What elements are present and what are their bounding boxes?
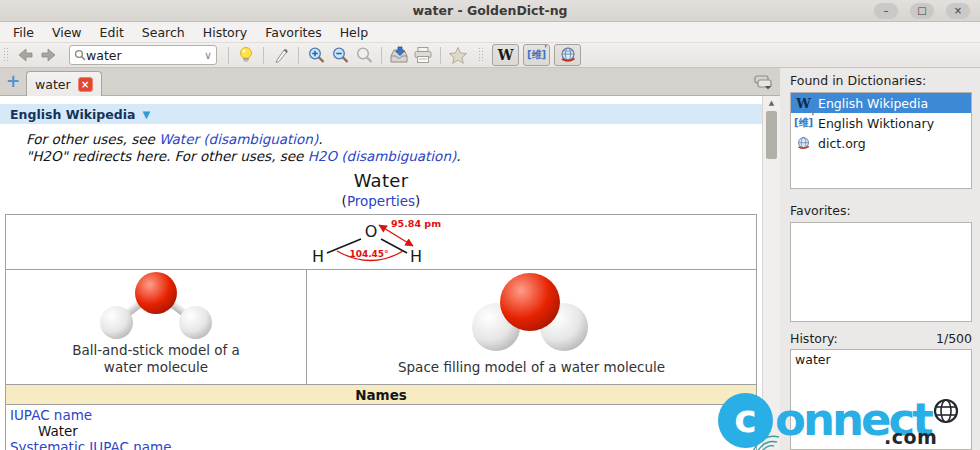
svg-text:95.84 pm: 95.84 pm (391, 218, 441, 229)
minimize-button[interactable]: – (874, 3, 898, 19)
h2o-disambiguation-link[interactable]: H2O (disambiguation) (308, 148, 457, 164)
tab-list-button[interactable] (752, 73, 774, 91)
water-disambiguation-link[interactable]: Water (disambiguation) (159, 131, 318, 147)
print-button[interactable] (411, 45, 435, 66)
tab-water[interactable]: water × (26, 71, 102, 96)
hatnote-line: "H2O" redirects here. For other uses, se… (26, 148, 762, 165)
article-pane: + water × English Wikipedia ▼ For oth (0, 68, 780, 450)
translate-search-box[interactable]: ∨ (69, 45, 217, 65)
favorites-list[interactable] (790, 222, 972, 322)
dictionary-item-label: English Wikipedia (818, 96, 928, 111)
zoom-in-button[interactable] (304, 45, 328, 66)
svg-text:H: H (312, 247, 324, 266)
toolbar-drag-handle[interactable] (3, 47, 9, 63)
dictionary-toggle-wikipedia[interactable]: W (492, 44, 519, 66)
add-favorite-button[interactable] (446, 45, 470, 66)
save-article-button[interactable] (387, 45, 411, 66)
dictionary-toggle-wiktionary[interactable]: [维]' (523, 44, 550, 66)
search-icon (74, 49, 86, 61)
wikipedia-w-icon: W (795, 96, 812, 111)
properties-link[interactable]: Properties (347, 193, 415, 209)
iupac-name-value: Water (6, 423, 756, 439)
close-button[interactable]: × (946, 3, 970, 19)
toolbar-separator (228, 47, 229, 64)
title-bar: water - GoldenDict-ng – □ × (0, 0, 980, 22)
window-title: water - GoldenDict-ng (412, 3, 567, 18)
save-icon (389, 46, 409, 64)
iupac-name-link[interactable]: IUPAC name (10, 407, 92, 423)
zoom-reset-icon (355, 46, 374, 65)
menu-search[interactable]: Search (133, 23, 194, 42)
toolbar-separator (440, 47, 441, 64)
lightbulb-icon (238, 46, 254, 64)
ball-stick-cell: Ball-and-stick model of a water molecule (5, 269, 307, 385)
menu-file[interactable]: File (4, 23, 43, 42)
article-scrollbar[interactable]: ▲ (762, 96, 780, 450)
systematic-iupac-link[interactable]: Systematic IUPAC name (10, 439, 172, 450)
tab-close-button[interactable]: × (78, 77, 93, 92)
tab-label: water (35, 77, 71, 92)
svg-text:104.45°: 104.45° (349, 249, 388, 259)
scan-popup-button[interactable] (269, 45, 293, 66)
back-button[interactable] (13, 45, 37, 66)
properties-line: (Properties) (0, 193, 762, 209)
forward-button[interactable] (37, 45, 61, 66)
history-header: History: 1/500 (790, 331, 972, 346)
found-dictionaries-list: W English Wikipedia [维]' English Wiktion… (790, 92, 972, 189)
toolbar-separator (263, 47, 264, 64)
star-icon (448, 46, 468, 65)
search-input[interactable] (86, 48, 202, 63)
forward-arrow-icon (40, 48, 58, 62)
history-item-water[interactable]: water (791, 350, 971, 367)
wiktionary-icon: [维]' (795, 116, 812, 130)
svg-text:H: H (410, 247, 422, 266)
space-filling-model-image (466, 273, 598, 357)
maximize-button[interactable]: □ (910, 3, 934, 19)
dictionary-header-bar[interactable]: English Wikipedia ▼ (0, 104, 762, 124)
water-structural-formula: O H H 95.84 pm 104.45° (303, 216, 459, 268)
dictionary-toggle-dictorg[interactable] (554, 44, 581, 66)
history-list: water (790, 349, 972, 450)
menu-view[interactable]: View (43, 23, 91, 42)
dictionary-item-dictorg[interactable]: dict.org (791, 133, 971, 153)
zoom-in-icon (307, 46, 326, 65)
dictionary-header-triangle-icon: ▼ (142, 109, 150, 120)
tab-bar: + water × (0, 68, 780, 96)
dictionary-item-label: dict.org (818, 136, 866, 151)
dictionary-item-wikipedia[interactable]: W English Wikipedia (791, 93, 971, 113)
article-content: English Wikipedia ▼ For other uses, see … (0, 96, 762, 450)
globe-icon (559, 46, 577, 64)
wiktionary-icon: [维]' (527, 48, 546, 62)
toolbar-drag-handle[interactable] (478, 47, 484, 63)
dictionary-item-label: English Wiktionary (818, 116, 934, 131)
zoom-out-button[interactable] (328, 45, 352, 66)
menu-favorites[interactable]: Favorites (256, 23, 330, 42)
found-in-dictionaries-label: Found in Dictionaries: (790, 73, 972, 88)
menu-help[interactable]: Help (331, 23, 378, 42)
history-label: History: (790, 331, 838, 346)
window-controls: – □ × (874, 3, 970, 19)
tab-list-icon (752, 73, 774, 91)
names-table-body: IUPAC name Water Systematic IUPAC name (5, 405, 757, 450)
scrollbar-thumb[interactable] (766, 111, 777, 159)
ball-stick-caption: Ball-and-stick model of a water molecule (72, 342, 240, 376)
dictionary-item-wiktionary[interactable]: [维]' English Wiktionary (791, 113, 971, 133)
favorites-label: Favorites: (790, 203, 972, 218)
search-dropdown-chevron-icon[interactable]: ∨ (204, 49, 212, 62)
scroll-up-arrow-icon[interactable]: ▲ (763, 96, 780, 107)
scan-popup-pencil-icon (273, 47, 290, 64)
structural-formula-box: O H H 95.84 pm 104.45° (5, 214, 757, 270)
new-tab-button[interactable]: + (6, 73, 20, 90)
toolbar: ∨ (0, 43, 980, 68)
right-sidebar: Found in Dictionaries: W English Wikiped… (780, 68, 980, 450)
hatnote-line: For other uses, see Water (disambiguatio… (26, 131, 762, 148)
zoom-reset-button[interactable] (352, 45, 376, 66)
wikipedia-w-icon: W (498, 47, 514, 63)
menu-history[interactable]: History (194, 23, 256, 42)
printer-icon (413, 46, 433, 64)
space-filling-caption: Space filling model of a water molecule (398, 359, 665, 376)
toolbar-separator (298, 47, 299, 64)
pronounce-button[interactable] (234, 45, 258, 66)
goldendict-window: water - GoldenDict-ng – □ × File View Ed… (0, 0, 980, 450)
menu-edit[interactable]: Edit (91, 23, 133, 42)
